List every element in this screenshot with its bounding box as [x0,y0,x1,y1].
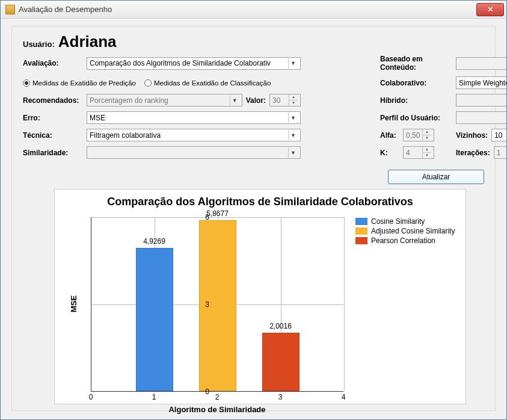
titlebar: Avaliação de Desempenho ✕ [1,1,506,19]
chart-xlabel: Algoritmo de Similaridade [91,405,343,414]
main-panel: Usuário: Adriana Avaliação: Comparação d… [11,26,496,411]
chart-xtick: 3 [278,393,283,401]
chart-gridline [344,217,345,391]
atualizar-button[interactable]: Atualizar [388,170,484,184]
chart-data-label: 4,9269 [140,237,170,246]
erro-label: Erro: [23,114,83,122]
chart-body: MSE 4,92695,86772,0016 Algoritmo de Simi… [55,214,466,404]
k-stepper: 4 ▲▼ [403,146,434,159]
radio-dot-icon [144,79,152,87]
k-label: K: [380,149,399,157]
chart-ylabel: MSE [69,295,78,312]
valor-stepper: 30 ▲▼ [269,94,301,107]
alfa-label: Alfa: [380,131,399,140]
chart-xtick: 2 [215,393,220,401]
chevron-down-icon: ▼ [230,95,239,105]
legend-label: Adjusted Cosine Similarity [371,227,455,235]
content-area: Usuário: Adriana Avaliação: Comparação d… [1,19,506,419]
tecnica-select[interactable]: Filtragem colaborativa ▼ [87,129,301,141]
legend-swatch [355,237,367,244]
chart-title: Comparação dos Algoritmos de Similaridad… [55,190,466,211]
hibrido-label: Híbrido: [380,96,452,105]
avaliacao-select[interactable]: Comparação dos Algoritmos de Similaridad… [87,57,301,70]
colaborativo-label: Colaborativo: [380,79,452,87]
chevron-down-icon: ▼ [288,147,298,158]
recomendados-select: Porcentagem do ranking ▼ [87,94,242,107]
vizinhos-stepper[interactable]: 10 ▲▼ [491,129,506,141]
alfa-stepper: 0,50 ▲▼ [403,129,434,141]
chart-bar [262,333,300,391]
conteudo-label: Baseado em Conteúdo: [380,55,452,72]
app-icon [5,5,15,14]
legend-label: Pearson Correlation [371,236,435,245]
radio-classificacao[interactable]: Medidas de Exatidão de Classificação [144,79,271,87]
legend-swatch [355,218,367,225]
legend-item: Pearson Correlation [355,236,455,245]
stepper-icon: ▲▼ [422,147,431,158]
chart-bar [136,248,173,391]
similaridade-select: ▼ [87,146,301,159]
chart-legend: Cosine SimilarityAdjusted Cosine Similar… [355,217,455,246]
chart-ytick: 3 [205,300,209,309]
legend-label: Cosine Similarity [371,217,425,226]
tecnica-label: Técnica: [23,131,83,140]
form-grid: Avaliação: Comparação dos Algoritmos de … [23,55,484,159]
iter-stepper: 1 ▲▼ [494,146,506,159]
radio-predicao[interactable]: Medidas de Exatidão de Predição [23,79,136,87]
chevron-down-icon: ▼ [288,58,298,69]
chart-ytick: 6 [205,213,209,221]
chart-data-label: 2,0016 [266,322,296,330]
vizinhos-label: Vizinhos: [456,131,488,140]
avaliacao-label: Avaliação: [23,59,83,67]
stepper-icon: ▲▼ [422,129,431,141]
chevron-down-icon: ▼ [288,130,298,140]
user-row: Usuário: Adriana [23,32,484,51]
chart-bar [199,220,236,391]
recomendados-label: Recomendados: [23,96,83,105]
erro-select[interactable]: MSE ▼ [87,111,301,124]
legend-item: Adjusted Cosine Similarity [355,227,455,235]
valor-label: Valor: [246,96,266,105]
perfil-select: ▼ [456,111,506,124]
chart-xtick: 0 [89,393,93,401]
conteudo-select: ▼ [456,57,506,70]
chart-xtick: 1 [152,393,156,401]
chart-ytick: 0 [205,388,209,396]
user-label: Usuário: [23,40,55,49]
perfil-label: Perfil do Usuário: [380,114,452,122]
legend-item: Cosine Similarity [355,217,455,226]
colaborativo-select[interactable]: Simple Weighted Average ▼ [456,76,506,89]
metric-radios: Medidas de Exatidão de Predição Medidas … [23,79,301,87]
stepper-icon: ▲▼ [289,94,298,106]
legend-swatch [355,227,367,235]
user-name: Adriana [58,32,117,51]
chevron-down-icon: ▼ [288,113,298,123]
chart-xtick: 4 [342,393,346,401]
iter-label: Iterações: [456,149,490,157]
hibrido-select: ▼ [456,94,506,107]
chart-plot: 4,92695,86772,0016 [91,217,343,392]
app-window: Avaliação de Desempenho ✕ Usuário: Adria… [0,0,507,420]
similaridade-label: Similaridade: [23,149,83,157]
radio-dot-icon [23,79,30,87]
window-title: Avaliação de Desempenho [19,5,476,14]
chart-container: Comparação dos Algoritmos de Similaridad… [54,189,466,404]
close-button[interactable]: ✕ [476,3,504,16]
